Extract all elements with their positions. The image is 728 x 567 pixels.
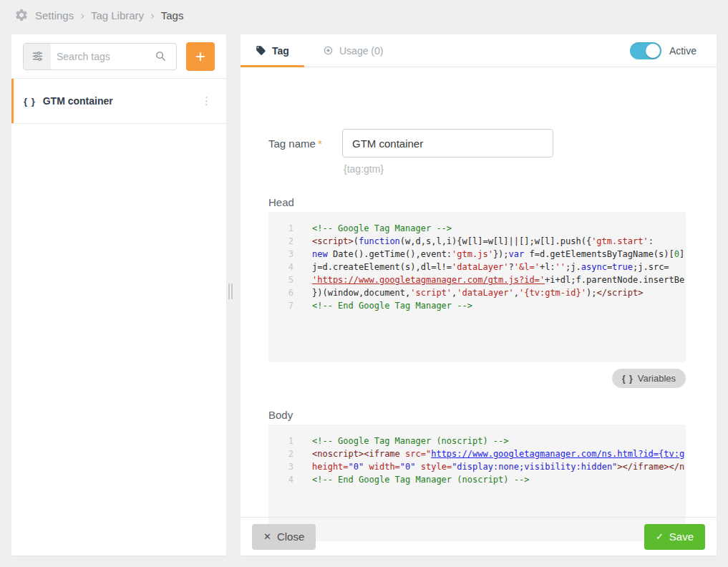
breadcrumb-tag-library[interactable]: Tag Library (91, 9, 144, 21)
search-input[interactable] (51, 51, 155, 62)
close-button-label: Close (277, 530, 304, 543)
usage-eye-icon (323, 45, 334, 56)
tag-name-field-row: Tag name* (268, 129, 553, 158)
line-number: 6 (268, 286, 293, 299)
code-line: 7<!-- End Google Tag Manager --> (268, 299, 686, 312)
save-button[interactable]: ✓ Save (644, 524, 705, 550)
search-icon[interactable] (155, 50, 176, 62)
line-number: 3 (268, 460, 293, 473)
line-number: 1 (268, 435, 293, 447)
toggle-knob (646, 44, 660, 58)
tab-usage-label: Usage (0) (339, 45, 383, 57)
code-line: 2<script>(function(w,d,s,l,i){w[l]=w[l]|… (268, 235, 686, 248)
add-tag-button[interactable]: + (186, 42, 215, 71)
code-line: 4<!-- End Google Tag Manager (noscript) … (268, 473, 686, 486)
line-number: 4 (268, 261, 293, 273)
close-icon: ✕ (263, 532, 271, 541)
editor-footer: ✕ Close ✓ Save (241, 517, 717, 556)
tab-tag-label: Tag (272, 45, 289, 57)
line-number: 2 (268, 235, 293, 248)
line-number: 3 (268, 248, 293, 261)
code-line: 3new Date().getTime(),event:'gtm.js'});v… (268, 248, 686, 261)
close-button[interactable]: ✕ Close (252, 524, 316, 550)
required-marker: * (318, 137, 322, 150)
tab-tag[interactable]: Tag (241, 34, 304, 67)
item-menu-icon[interactable]: ⋮ (197, 92, 216, 110)
braces-icon: { } (622, 374, 634, 384)
line-number: 5 (268, 273, 293, 286)
variables-button-label: Variables (638, 373, 676, 384)
variables-button[interactable]: { } Variables (612, 369, 686, 388)
head-code-editor[interactable]: 1<!-- Google Tag Manager -->2<script>(fu… (268, 212, 686, 362)
code-line: 6})(window,document,'script','dataLayer'… (268, 286, 686, 299)
tag-list-item[interactable]: { } GTM container ⋮ (11, 79, 226, 124)
editor-tabs: Tag Usage (0) Active (241, 34, 717, 67)
tag-list-sidebar: + { } GTM container ⋮ (11, 34, 226, 556)
check-icon: ✓ (656, 532, 664, 541)
line-number: 7 (268, 299, 293, 312)
breadcrumb: Settings › Tag Library › Tags (0, 0, 728, 30)
tabs-spacer (402, 34, 629, 67)
tag-name-input[interactable] (342, 129, 553, 158)
code-line: 3height="0" width="0" style="display:non… (268, 460, 686, 473)
active-toggle-label: Active (669, 45, 697, 57)
filter-sliders-icon[interactable] (24, 44, 51, 69)
chevron-right-icon: › (80, 9, 84, 21)
breadcrumb-tags: Tags (161, 9, 184, 21)
code-line: 1<!-- Google Tag Manager --> (268, 222, 686, 235)
tab-usage[interactable]: Usage (0) (304, 34, 402, 67)
tag-item-label: GTM container (43, 95, 190, 107)
editor-content: Tag name* {tag:gtm} Head 1<!-- Google Ta… (241, 67, 717, 517)
code-line: 1<!-- Google Tag Manager (noscript) --> (268, 435, 686, 447)
breadcrumb-settings[interactable]: Settings (35, 9, 74, 21)
code-line: 4j=d.createElement(s),dl=l!='dataLayer'?… (268, 261, 686, 273)
plus-icon: + (195, 48, 205, 65)
active-toggle-wrap: Active (630, 34, 717, 67)
panel-resizer-handle[interactable] (228, 284, 234, 299)
active-toggle[interactable] (630, 42, 661, 59)
search-group (23, 43, 177, 70)
chevron-right-icon: › (150, 9, 155, 21)
code-line: 5'https://www.googletagmanager.com/gtm.j… (268, 273, 686, 286)
search-section: + (11, 34, 226, 79)
head-section-label: Head (268, 196, 294, 208)
tag-token-hint: {tag:gtm} (344, 163, 384, 175)
tag-editor-panel: Tag Usage (0) Active Tag name* {tag:gtm}… (241, 34, 717, 556)
line-number: 1 (268, 222, 293, 235)
gear-icon (14, 8, 29, 22)
line-number: 2 (268, 447, 293, 460)
line-number: 4 (268, 473, 293, 486)
tag-icon (256, 45, 266, 56)
body-section-label: Body (268, 409, 293, 421)
save-button-label: Save (669, 530, 694, 543)
tag-name-label: Tag name* (268, 137, 342, 150)
braces-icon: { } (24, 96, 36, 107)
code-line: 2<noscript><iframe src="https://www.goog… (268, 447, 686, 460)
